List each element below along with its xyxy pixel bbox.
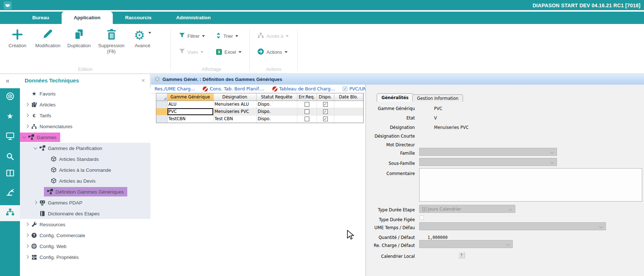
row-gutter[interactable] (156, 115, 167, 122)
row-gutter[interactable] (156, 108, 167, 115)
column-header-designation[interactable]: Désignation (213, 93, 256, 101)
checkbox[interactable]: ✓ (323, 109, 328, 114)
creation-button[interactable]: Création (3, 28, 32, 49)
tab-application[interactable]: Application (62, 12, 113, 24)
duplication-button[interactable]: Duplication (65, 28, 94, 49)
rail-columns-button[interactable] (0, 166, 20, 182)
commentaire-textarea[interactable] (419, 168, 642, 202)
grid-corner-header[interactable] (156, 93, 167, 101)
table-row-selected[interactable]: PVC Menuiseries PVC Dispo. ✓ (156, 108, 363, 115)
sous-famille-select[interactable] (419, 158, 557, 166)
tree-item-articles-a-la-commande[interactable]: Articles à la Commande (20, 165, 150, 175)
table-row[interactable]: ALU Menuiseries ALU Dispo. ✓ (156, 101, 363, 108)
vues-button[interactable]: Vues (179, 48, 203, 56)
cell-statut[interactable]: Dispo. (256, 101, 297, 108)
modules-icon (6, 92, 15, 102)
hierarchy-icon (257, 33, 264, 39)
designation-label: Désignation (366, 125, 415, 130)
suppression-button[interactable]: Suppression (F6) (95, 28, 128, 54)
tree-item-articles-standards[interactable]: Articles Standards (20, 154, 150, 165)
chevron-down-icon (239, 51, 242, 53)
tab-raccourcis[interactable]: Raccourcis (113, 12, 164, 24)
cell-gamme[interactable]: ALU (167, 101, 213, 108)
tree-item-ressources[interactable]: Ressources (20, 219, 150, 230)
ume-temps-select[interactable] (419, 222, 606, 230)
tree-item-articles[interactable]: Articles (20, 99, 150, 110)
close-icon[interactable]: × (141, 77, 145, 84)
modification-button[interactable]: Modification (33, 28, 62, 49)
tree-item-config-proprietes[interactable]: Config. Propriétés (20, 252, 150, 263)
table-row[interactable]: TestCBN Test CBN Dispo. ✓ (156, 115, 363, 122)
tree-item-tarifs[interactable]: € Tarifs (20, 110, 150, 121)
rail-monitor-button[interactable] (0, 129, 20, 145)
checkbox[interactable]: ✓ (323, 117, 328, 121)
column-header-gamme-generique[interactable]: Gamme Générique (167, 93, 213, 101)
acces-a-button[interactable]: Accès à (257, 32, 289, 40)
checkbox[interactable] (305, 109, 309, 114)
cell-statut[interactable]: Dispo. (256, 115, 297, 122)
cell-date-blo[interactable] (334, 115, 363, 122)
rail-favorites-button[interactable]: ★ (0, 108, 20, 124)
cell-err-req[interactable] (297, 101, 317, 108)
gammes-pdap-icon (38, 200, 46, 206)
cell-dispo[interactable]: ✓ (317, 115, 334, 122)
column-header-statut-requete[interactable]: Statut Requête (256, 93, 297, 101)
cell-date-blo[interactable] (334, 108, 363, 115)
calendrier-local-button[interactable]: ? (458, 252, 465, 258)
cell-statut[interactable]: Dispo. (256, 108, 297, 115)
checkbox[interactable] (305, 117, 309, 121)
trier-button[interactable]: Trier (216, 32, 238, 40)
tree-item-config-commerciale[interactable]: ? Config. Commerciale (20, 230, 150, 241)
tab-administration[interactable]: Administration (164, 12, 223, 24)
cell-designation[interactable]: Test CBN (213, 115, 256, 122)
filtrer-button[interactable]: Filtrer (179, 32, 205, 40)
type-duree-etape-select[interactable]: [J] Jours Calendrier (419, 205, 515, 213)
cell-err-req[interactable] (297, 115, 317, 122)
sidebar-title: Données Techniques (25, 77, 79, 84)
excel-button[interactable]: X Excel (216, 48, 242, 56)
tree-item-favoris[interactable]: ★ Favoris (20, 88, 150, 99)
rail-robot-button[interactable] (0, 185, 20, 201)
checkbox[interactable]: ✓ (323, 102, 328, 107)
cell-dispo[interactable]: ✓ (317, 101, 334, 108)
quantite-value: 1,000000 (428, 235, 447, 240)
checkbox[interactable] (305, 102, 309, 107)
tree-item-articles-au-devis[interactable]: Articles au Devis (20, 175, 150, 186)
re-charge-select[interactable] (419, 240, 513, 248)
famille-select[interactable] (419, 148, 557, 156)
tree-item-config-web[interactable]: Config. Web (20, 241, 150, 252)
tab-generalites[interactable]: Généralités (377, 93, 413, 102)
chevron-down-icon (285, 51, 288, 53)
row-gutter[interactable] (156, 101, 167, 108)
doc-tab-res-ume[interactable]: Res./UME Charg... (154, 86, 195, 92)
actions-button[interactable]: Actions (257, 48, 288, 56)
cell-designation[interactable]: Menuiseries PVC (213, 108, 256, 115)
type-duree-etape-value: [J] Jours Calendrier (422, 207, 461, 212)
tree-item-gammes-pdap[interactable]: Gammes PDAP (20, 197, 150, 208)
type-duree-figee-checkbox[interactable] (420, 215, 424, 220)
tree-item-gammes-de-planification[interactable]: Gammes de Planification (20, 143, 150, 154)
tab-bureau[interactable]: Bureau (20, 12, 62, 24)
column-header-date-blo[interactable]: Date Blo. (334, 93, 363, 101)
doc-tab-cons-tab-bord[interactable]: Cons. Tab. Bord Planif.... (203, 86, 264, 92)
cell-gamme-selected[interactable]: PVC (167, 108, 213, 115)
rail-search-button[interactable] (0, 149, 20, 165)
doc-tab-tableau-de-bord[interactable]: Tableau de Bord Charg... (272, 86, 335, 92)
cell-dispo[interactable]: ✓ (317, 108, 334, 115)
column-header-dispo[interactable]: Dispo. (317, 93, 334, 101)
tab-gestion-information[interactable]: Gestion Information (412, 94, 463, 102)
tree-item-nomenclatures[interactable]: Nomenclatures (20, 121, 150, 132)
tree-item-gammes[interactable]: Gammes (20, 132, 150, 143)
tree-item-dictionnaire-des-etapes[interactable]: Dictionnaire des Etapes (20, 208, 150, 219)
avance-button[interactable]: ⚙ Avancé (129, 28, 156, 49)
rail-hierarchy-button[interactable] (0, 205, 20, 221)
collapse-icon[interactable]: « (6, 77, 9, 85)
cell-err-req[interactable] (297, 108, 317, 115)
column-header-err-req[interactable]: Err.Req. (297, 93, 317, 101)
cell-designation[interactable]: Menuiseries ALU (213, 101, 256, 108)
tree-item-definition-gammes-generiques[interactable]: Définition Gammes Génériques (20, 186, 150, 197)
rail-modules-button[interactable] (0, 89, 20, 105)
cell-date-blo[interactable] (334, 101, 363, 108)
chevron-down-icon (509, 207, 512, 211)
cell-gamme[interactable]: TestCBN (167, 115, 213, 122)
